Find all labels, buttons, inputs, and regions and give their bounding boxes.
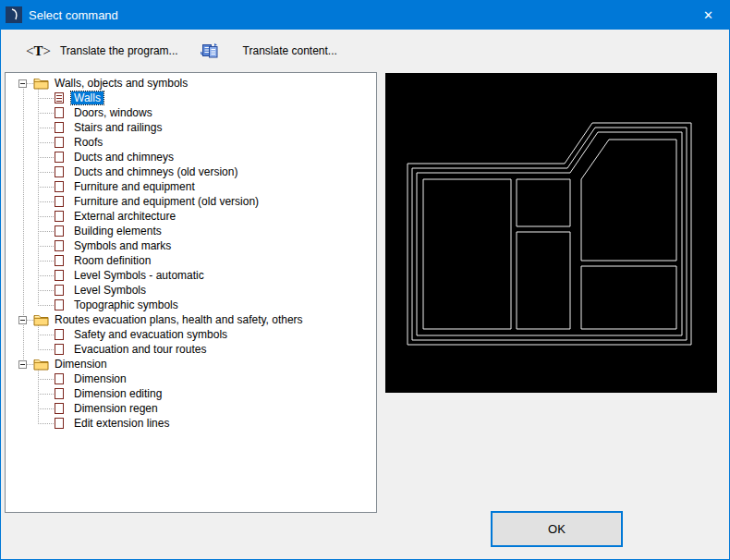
tree-group-row[interactable]: Routes evacuation plans, health and safe… [6,312,376,327]
tree-group-row[interactable]: Dimension [6,357,376,371]
room-outline [517,232,570,329]
tree-item-label[interactable]: Furniture and equipment [71,180,198,193]
tree-connector [38,172,54,173]
tree-item-row[interactable]: Edit extension lines [6,416,376,431]
room-outline [581,140,676,261]
tree-item-row[interactable]: Symbols and marks [6,238,376,253]
tree-item-row[interactable]: Dimension regen [6,401,376,416]
tree-item-label[interactable]: Room definition [71,254,153,267]
tree-connector [38,379,54,380]
command-tree[interactable]: Walls, objects and symbolsWallsDoors, wi… [5,72,377,513]
command-box-icon [55,373,64,384]
command-box-icon [55,403,64,414]
command-box-icon [55,225,64,237]
folder-icon [33,313,49,326]
expander-minus-icon[interactable] [18,79,27,88]
tree-item-label[interactable]: Roofs [71,136,105,149]
app-logo-icon [6,6,22,23]
command-box-icon [55,181,64,192]
folder-icon [33,77,49,90]
tree-item-label[interactable]: Building elements [71,225,164,237]
command-box-icon [55,137,64,148]
command-box-icon [55,418,64,429]
tree-item-row[interactable]: Room definition [6,253,376,268]
tree-item-row[interactable]: Evacuation and tour routes [6,342,376,357]
tree-item-label[interactable]: Topographic symbols [71,298,181,311]
command-box-icon [55,107,64,118]
tree-item-row[interactable]: Ducts and chimneys (old version) [6,164,376,179]
translate-program-button[interactable]: <T> Translate the program... [18,39,186,64]
command-document-icon [55,92,64,103]
wall-outline [408,123,691,345]
translate-content-label: Translate content... [243,44,337,57]
close-icon: ✕ [703,8,713,22]
tree-connector [38,394,54,395]
tree-connector [38,157,54,158]
close-button[interactable]: ✕ [687,1,729,30]
tree-group-label[interactable]: Dimension [53,358,109,371]
tree-item-row[interactable]: Roofs [6,135,376,150]
tree-item-row[interactable]: Level Symbols - automatic [6,268,376,283]
tree-item-row[interactable]: Walls [6,91,376,105]
tree-item-label[interactable]: Ducts and chimneys [71,151,176,164]
tree-item-label[interactable]: Stairs and railings [71,121,164,134]
tree-item-row[interactable]: Dimension [6,371,376,386]
tree-item-row[interactable]: Furniture and equipment [6,179,376,194]
tree-item-label[interactable]: Edit extension lines [71,417,172,430]
tree-item-row[interactable]: Topographic symbols [6,298,376,312]
tree-connector [38,98,54,99]
tree-connector [38,305,54,306]
command-box-icon [55,388,64,399]
tree-item-label[interactable]: Level Symbols [71,284,149,297]
tree-item-label[interactable]: Ducts and chimneys (old version) [71,165,240,178]
tree-item-row[interactable]: Doors, windows [6,105,376,120]
tree-item-row[interactable]: Safety and evacuation symbols [6,327,376,342]
command-box-icon [55,152,64,163]
tree-item-label-selected[interactable]: Walls [71,91,103,104]
tree-item-label[interactable]: Safety and evacuation symbols [71,328,230,341]
ok-button-label: OK [548,522,566,536]
tree-item-label[interactable]: Evacuation and tour routes [71,343,209,356]
tree-item-row[interactable]: Building elements [6,224,376,238]
command-box-icon [55,299,64,310]
tree-connector [38,187,54,188]
tree-item-row[interactable]: Level Symbols [6,283,376,298]
tree-group-label[interactable]: Walls, objects and symbols [53,77,189,90]
translate-content-button[interactable]: Translate content... [193,38,345,64]
tree-item-label[interactable]: Furniture and equipment (old version) [71,195,262,208]
tree-connector [38,142,54,143]
command-box-icon [55,240,64,251]
tree-group-label[interactable]: Routes evacuation plans, health and safe… [53,313,305,326]
tree-group-row[interactable]: Walls, objects and symbols [6,76,376,91]
floor-plan-preview [385,73,717,393]
command-box-icon [55,122,64,133]
tree-connector [38,216,54,217]
tree-item-row[interactable]: Ducts and chimneys [6,150,376,164]
tree-item-row[interactable]: Dimension editing [6,386,376,401]
tree-item-row[interactable]: Stairs and railings [6,120,376,135]
tree-item-row[interactable]: External architecture [6,209,376,224]
tree-item-label[interactable]: Symbols and marks [71,239,174,252]
command-box-icon [55,270,64,281]
tree-item-label[interactable]: Dimension editing [71,387,164,400]
command-box-icon [55,344,64,355]
tree-item-label[interactable]: External architecture [71,210,178,223]
command-box-icon [55,211,64,222]
tree-item-label[interactable]: Level Symbols - automatic [71,269,207,282]
tree-item-label[interactable]: Doors, windows [71,106,155,119]
tree-item-row[interactable]: Furniture and equipment (old version) [6,194,376,209]
expander-minus-icon[interactable] [18,316,27,324]
ok-button[interactable]: OK [491,511,623,547]
tree-item-label[interactable]: Dimension regen [71,402,161,415]
title-bar: Select command ✕ [1,1,729,30]
tree-connector [38,246,54,247]
command-box-icon [55,329,64,340]
room-outline [423,179,511,329]
translate-content-icon [201,43,219,59]
tree-connector [38,290,54,291]
tree-connector [38,335,54,335]
expander-minus-icon[interactable] [18,360,27,369]
tree-connector [38,408,54,409]
tree-connector [38,113,54,114]
tree-item-label[interactable]: Dimension [71,372,129,385]
